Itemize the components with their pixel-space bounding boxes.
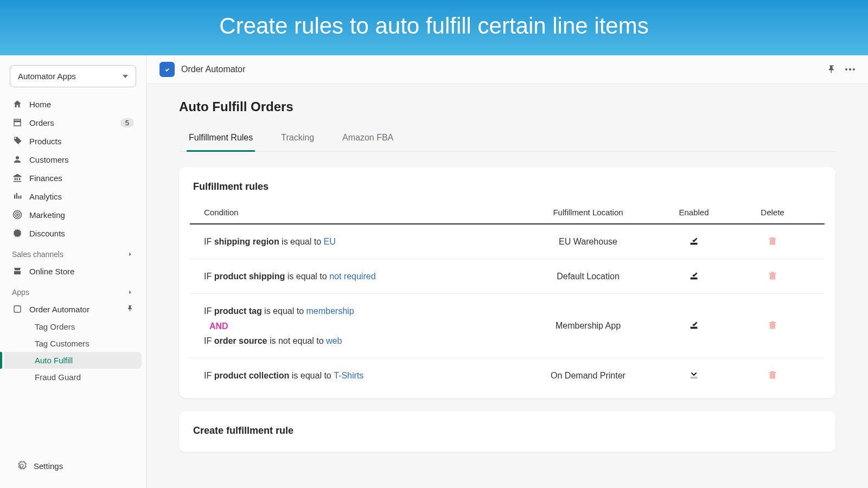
condition-cell: IF product tag is equal to membershipAND…: [204, 304, 523, 348]
nav-settings[interactable]: Settings: [9, 457, 137, 475]
person-icon: [12, 154, 23, 165]
page-title: Auto Fulfill Orders: [179, 99, 835, 114]
enabled-toggle[interactable]: [688, 319, 700, 333]
sales-channels-list: Online Store: [0, 262, 146, 280]
rule-row: IF product collection is equal to T-Shir…: [190, 358, 825, 393]
delete-cell: [735, 369, 810, 382]
trash-icon[interactable]: [767, 270, 778, 283]
channel-online-store[interactable]: Online Store: [4, 262, 142, 280]
enabled-cell: [653, 369, 735, 383]
app-tag-orders[interactable]: Tag Orders: [4, 318, 142, 335]
nav-customers[interactable]: Customers: [4, 150, 142, 169]
enabled-toggle[interactable]: [688, 235, 700, 249]
enabled-cell: [653, 235, 735, 249]
nav-discounts[interactable]: Discounts: [4, 224, 142, 242]
nav-label: Products: [29, 137, 61, 146]
tab-fulfillment-rules[interactable]: Fulfillment Rules: [187, 127, 255, 152]
hero-banner: Create rules to auto fulfill certain lin…: [0, 0, 868, 55]
delete-cell: [735, 319, 810, 332]
store-icon: [12, 266, 23, 277]
tag-icon: [12, 136, 23, 146]
tabs: Fulfillment Rules Tracking Amazon FBA: [179, 127, 835, 152]
enabled-cell: [653, 319, 735, 333]
nav-orders[interactable]: Orders 5: [4, 113, 142, 132]
card-title: Create fulfillment rule: [179, 425, 835, 446]
rule-row: IF shipping region is equal to EUEU Ware…: [190, 224, 825, 259]
rule-row: IF product shipping is equal to not requ…: [190, 259, 825, 294]
orders-badge: 5: [120, 118, 134, 127]
condition-cell: IF product shipping is equal to not requ…: [204, 269, 523, 284]
apps-header[interactable]: Apps: [0, 280, 146, 300]
enabled-cell: [653, 269, 735, 284]
card-title: Fulfillment rules: [179, 181, 835, 202]
nav-label: Customers: [29, 155, 69, 164]
primary-nav: Home Orders 5 Products Customers Finance…: [0, 95, 146, 242]
nav-products[interactable]: Products: [4, 132, 142, 150]
location-cell: EU Warehouse: [523, 237, 653, 247]
col-enabled: Enabled: [653, 208, 735, 217]
pin-icon[interactable]: [827, 65, 837, 74]
store-selector[interactable]: Automator Apps: [10, 65, 136, 87]
app-order-automator[interactable]: Order Automator: [4, 300, 142, 318]
pin-icon[interactable]: [126, 305, 134, 314]
location-cell: On Demand Printer: [523, 371, 653, 381]
nav-analytics[interactable]: Analytics: [4, 187, 142, 206]
sidebar: Automator Apps Home Orders 5 Products Cu…: [0, 55, 146, 488]
main-content: Order Automator Auto Fulfill Orders Fulf…: [146, 55, 868, 488]
discount-icon: [12, 228, 23, 239]
app-fraud-guard[interactable]: Fraud Guard: [4, 369, 142, 386]
trash-icon[interactable]: [767, 319, 778, 332]
chevron-right-icon: [126, 251, 134, 258]
gear-icon: [16, 460, 27, 471]
app-auto-fulfill[interactable]: Auto Fulfill: [4, 352, 142, 369]
trash-icon[interactable]: [767, 369, 778, 382]
col-location: Fulfillment Location: [523, 208, 653, 217]
caret-down-icon: [123, 75, 128, 78]
home-icon: [12, 99, 23, 110]
top-bar: Order Automator: [146, 55, 868, 84]
condition-cell: IF shipping region is equal to EU: [204, 234, 523, 249]
store-selector-label: Automator Apps: [18, 72, 76, 81]
chevron-right-icon: [126, 288, 134, 296]
sales-channels-header[interactable]: Sales channels: [0, 242, 146, 262]
col-delete: Delete: [735, 208, 810, 217]
create-rule-card: Create fulfillment rule: [179, 411, 835, 452]
trash-icon[interactable]: [767, 235, 778, 248]
analytics-icon: [12, 191, 23, 202]
bank-icon: [12, 172, 23, 183]
delete-cell: [735, 235, 810, 248]
tab-amazon-fba[interactable]: Amazon FBA: [340, 127, 395, 152]
apps-list: Order Automator Tag Orders Tag Customers…: [0, 300, 146, 386]
nav-label: Home: [29, 100, 51, 109]
col-condition: Condition: [204, 208, 523, 217]
condition-cell: IF product collection is equal to T-Shir…: [204, 368, 523, 383]
top-bar-title: Order Automator: [181, 65, 820, 74]
nav-home[interactable]: Home: [4, 95, 142, 113]
nav-label: Discounts: [29, 229, 65, 238]
delete-cell: [735, 270, 810, 283]
enabled-toggle[interactable]: [688, 369, 700, 383]
nav-label: Finances: [29, 174, 62, 183]
svg-rect-0: [14, 306, 21, 312]
location-cell: Membership App: [523, 321, 653, 331]
location-cell: Default Location: [523, 272, 653, 281]
orders-icon: [12, 117, 23, 128]
nav-label: Orders: [29, 118, 54, 127]
target-icon: [12, 209, 23, 220]
more-icon[interactable]: [845, 68, 855, 70]
fulfillment-rules-card: Fulfillment rules Condition Fulfillment …: [179, 167, 835, 398]
rule-row: IF product tag is equal to membershipAND…: [190, 294, 825, 358]
nav-label: Marketing: [29, 210, 65, 220]
tab-tracking[interactable]: Tracking: [279, 127, 316, 152]
rules-table-header: Condition Fulfillment Location Enabled D…: [190, 202, 825, 224]
enabled-toggle[interactable]: [688, 269, 700, 284]
app-icon: [12, 304, 23, 314]
nav-marketing[interactable]: Marketing: [4, 206, 142, 224]
app-tag-customers[interactable]: Tag Customers: [4, 335, 142, 352]
app-badge-icon: [159, 62, 175, 77]
nav-label: Analytics: [29, 192, 62, 201]
nav-finances[interactable]: Finances: [4, 169, 142, 187]
